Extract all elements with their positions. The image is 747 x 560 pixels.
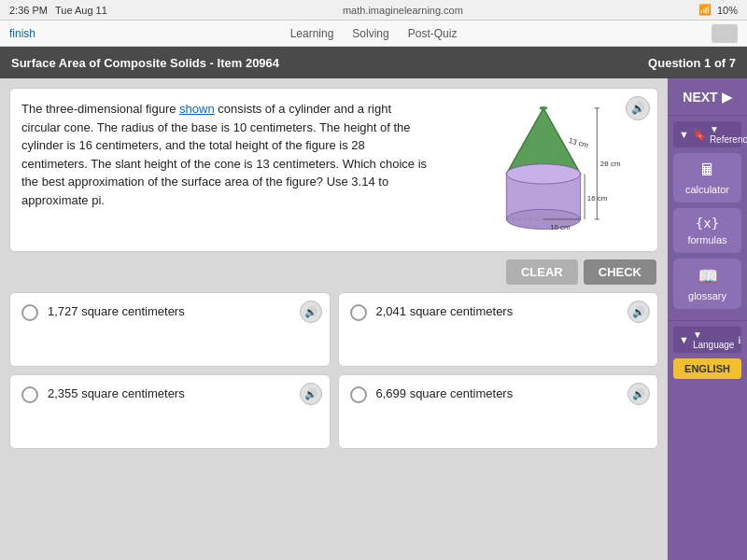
choice-b-text: 2,041 square centimeters <box>376 304 514 318</box>
next-label: NEXT <box>683 90 717 105</box>
reference-label: ▼ Reference <box>710 124 747 145</box>
svg-text:28 cm: 28 cm <box>600 160 621 168</box>
choice-c-audio-icon: 🔊 <box>304 388 317 400</box>
question-text-part2: consists of a cylinder and a right circu… <box>21 102 427 207</box>
choice-c-radio[interactable] <box>21 386 38 403</box>
language-info-icon: ℹ <box>738 335 741 345</box>
calculator-label: calculator <box>685 184 729 195</box>
page-title: Surface Area of Composite Solids - Item … <box>11 56 279 70</box>
tab-learning[interactable]: Learning <box>290 27 334 40</box>
nav-bar: finish Learning Solving Post-Quiz <box>0 21 747 47</box>
tab-postquiz[interactable]: Post-Quiz <box>408 27 458 40</box>
svg-point-1 <box>540 106 548 110</box>
next-arrow-icon: ▶ <box>722 90 732 105</box>
figure-svg: 13 cm 28 cm 16 cm 10 cm <box>450 100 637 240</box>
english-button[interactable]: ENGLISH <box>673 358 741 379</box>
choice-d[interactable]: 6,699 square centimeters 🔊 <box>338 374 659 449</box>
sidebar: NEXT ▶ ▼ 🔖 ▼ Reference 🖩 calculator {x} … <box>668 78 747 560</box>
nav-tabs: Learning Solving Post-Quiz <box>290 27 458 40</box>
choice-c-audio[interactable]: 🔊 <box>300 383 322 405</box>
status-bar: 2:36 PM Tue Aug 11 math.imaginelearning.… <box>0 0 747 21</box>
choice-b-audio[interactable]: 🔊 <box>627 301 650 323</box>
calculator-icon: 🖩 <box>699 161 716 180</box>
svg-text:16 cm: 16 cm <box>587 194 608 203</box>
reference-icon: 🔖 <box>693 129 706 141</box>
status-left: 2:36 PM Tue Aug 11 <box>9 5 107 16</box>
svg-text:10 cm: 10 cm <box>550 223 571 231</box>
formulas-item[interactable]: {x} formulas <box>673 208 741 253</box>
content-area: The three-dimensional figure shown consi… <box>0 78 668 560</box>
status-right: 📶 10% <box>698 4 738 16</box>
check-button[interactable]: CheCK <box>584 259 656 285</box>
next-button[interactable]: NEXT ▶ <box>668 78 747 116</box>
choice-a-radio[interactable] <box>21 304 38 321</box>
question-counter: Question 1 of 7 <box>648 56 736 70</box>
wifi-icon: 📶 <box>698 4 712 16</box>
tab-solving[interactable]: Solving <box>352 27 388 40</box>
time: 2:36 PM <box>9 5 48 16</box>
language-section: ▼ ▼ Language ℹ ENGLISH <box>668 320 747 385</box>
question-image: 13 cm 28 cm 16 cm 10 cm <box>441 100 646 240</box>
calculator-item[interactable]: 🖩 calculator <box>673 153 741 203</box>
glossary-label: glossary <box>688 290 726 301</box>
question-audio-button[interactable]: 🔊 <box>626 96 650 120</box>
svg-text:13 cm: 13 cm <box>568 136 590 149</box>
choice-a[interactable]: 1,727 square centimeters 🔊 <box>9 292 331 367</box>
choice-a-audio-icon: 🔊 <box>304 306 317 318</box>
reference-section: ▼ 🔖 ▼ Reference 🖩 calculator {x} formula… <box>668 116 747 320</box>
choice-c[interactable]: 2,355 square centimeters 🔊 <box>9 374 331 449</box>
formulas-label: formulas <box>687 234 726 245</box>
choice-d-text: 6,699 square centimeters <box>376 386 514 400</box>
glossary-item[interactable]: 📖 glossary <box>673 259 741 309</box>
choices-grid: 1,727 square centimeters 🔊 2,041 square … <box>9 292 658 449</box>
question-text-part1: The three-dimensional figure <box>21 102 179 116</box>
choice-b-audio-icon: 🔊 <box>632 306 645 318</box>
main-content: The three-dimensional figure shown consi… <box>0 78 747 560</box>
svg-point-4 <box>506 164 580 184</box>
choice-a-audio[interactable]: 🔊 <box>300 301 322 323</box>
language-toggle-icon: ▼ <box>679 334 689 345</box>
language-header[interactable]: ▼ ▼ Language ℹ <box>673 327 741 353</box>
header-bar: Surface Area of Composite Solids - Item … <box>0 47 747 78</box>
question-card: The three-dimensional figure shown consi… <box>9 88 658 252</box>
choice-b[interactable]: 2,041 square centimeters 🔊 <box>338 292 659 367</box>
choice-b-radio[interactable] <box>350 304 367 321</box>
choice-c-text: 2,355 square centimeters <box>48 386 185 400</box>
clear-button[interactable]: CLEAR <box>506 259 578 285</box>
choice-d-radio[interactable] <box>350 386 367 403</box>
language-label: ▼ Language <box>693 329 735 350</box>
battery: 10% <box>717 5 738 16</box>
url: math.imaginelearning.com <box>343 5 463 16</box>
nav-finish[interactable]: finish <box>9 27 35 40</box>
glossary-icon: 📖 <box>698 266 718 287</box>
date: Tue Aug 11 <box>55 5 107 16</box>
choice-d-audio[interactable]: 🔊 <box>627 383 650 405</box>
avatar <box>712 24 738 43</box>
action-row: CLEAR CheCK <box>9 259 658 285</box>
audio-icon: 🔊 <box>631 102 645 115</box>
choice-a-text: 1,727 square centimeters <box>48 304 185 318</box>
question-text: The three-dimensional figure shown consi… <box>21 100 431 240</box>
formulas-icon: {x} <box>696 216 719 231</box>
question-link[interactable]: shown <box>179 102 215 116</box>
reference-header[interactable]: ▼ 🔖 ▼ Reference <box>673 121 741 147</box>
reference-toggle-icon: ▼ <box>679 129 689 140</box>
choice-d-audio-icon: 🔊 <box>632 388 645 400</box>
